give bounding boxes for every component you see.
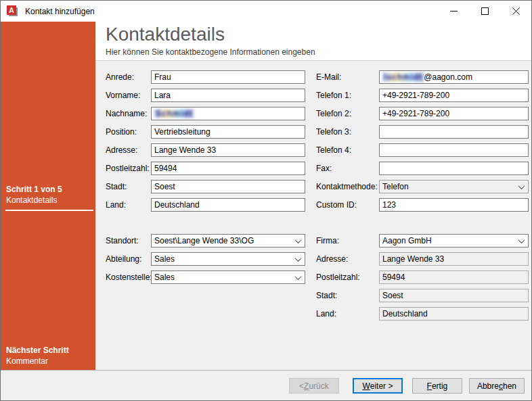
email-input[interactable]: lschmidt@aagon.com [379,70,529,84]
sidebar-next-step: Nächster Schritt Kommentar [1,345,95,367]
kontaktmethode-select[interactable]: Telefon [379,180,529,193]
telefon4-input[interactable] [379,143,529,157]
position-input[interactable]: Vertriebsleitung [151,125,305,139]
fertig-button[interactable]: Fertig [412,378,462,394]
standort-select[interactable]: Soest\Lange Wende 33\OG [151,234,305,247]
firma-postleitzahl-label: Postleitzahl: [316,273,379,282]
current-step-underline [5,210,93,211]
form-row-telefon3: Telefon 3: [316,125,529,139]
next-step-title: Nächster Schritt [6,345,95,356]
chevron-glyph [295,273,302,280]
form-row-firma-stadt: Stadt:Soest [316,289,529,302]
nachname-redacted-value: Schmidt [154,109,194,118]
abteilung-select[interactable]: Sales [151,252,305,266]
form-row-kostenstelle: Kostenstelle:Sales [106,270,305,284]
telefon2-input[interactable]: +49-2921-789-200 [379,107,529,120]
telefon1-value: +49-2921-789-200 [382,91,449,100]
land-input[interactable]: Deutschland [151,198,305,212]
firma-land-value: Deutschland [382,309,428,319]
postleitzahl-input[interactable]: 59494 [151,162,305,175]
firma-adresse-value: Lange Wende 33 [382,254,444,264]
adresse-label: Adresse: [106,145,151,155]
add-contact-dialog: A Kontakt hinzufügen Schritt 1 von 5 Kon… [0,0,532,401]
firma-adresse-input: Lange Wende 33 [379,252,529,266]
chevron-down-icon [292,235,305,247]
form-row-kontaktmethode: Kontaktmethode:Telefon [316,180,529,193]
firma-postleitzahl-input: 59494 [379,270,529,284]
email-visible-part: @aagon.com [424,72,472,82]
stadt-label: Stadt: [106,182,151,191]
kostenstelle-select[interactable]: Sales [151,270,305,284]
firma-adresse-label: Adresse: [316,254,379,264]
telefon4-label: Telefon 4: [316,145,379,155]
kontaktmethode-selected-value: Telefon [382,182,409,191]
abteilung-label: Abteilung: [106,254,151,264]
app-logo-letter: A [7,5,16,15]
firma-selected-value: Aagon GmbH [382,236,432,245]
weiter-button[interactable]: Weiter > [353,378,403,394]
form-row-firma-adresse: Adresse:Lange Wende 33 [316,252,529,266]
abteilung-selected-value: Sales [154,254,175,264]
anrede-input[interactable]: Frau [151,70,305,84]
fax-input[interactable] [379,162,529,175]
close-button[interactable] [500,1,531,22]
abbrechen-button[interactable]: Abbrechen [469,378,525,394]
next-step-name: Kommentar [6,356,95,367]
chevron-glyph [518,183,525,189]
postleitzahl-value: 59494 [154,164,177,173]
land-label: Land: [106,200,151,210]
app-logo-icon: A [7,5,18,17]
form-row-position: Position:Vertriebsleitung [106,125,305,139]
form-row-adresse: Adresse:Lange Wende 33 [106,143,305,157]
form-row-telefon1: Telefon 1:+49-2921-789-200 [316,89,529,102]
adresse-input[interactable]: Lange Wende 33 [151,143,305,157]
chevron-down-icon [292,253,305,265]
form-row-postleitzahl: Postleitzahl:59494 [106,162,305,175]
caption-buttons [438,1,531,22]
form-row-firma-land: Land:Deutschland [316,307,529,321]
form-columns: Anrede:FrauVorname:LaraNachname:SchmidtP… [106,70,532,325]
stadt-input[interactable]: Soest [151,180,305,193]
page-title: Kontaktdetails [106,22,531,45]
minimize-button[interactable] [438,1,469,22]
page-subtitle: Hier können Sie kontaktbezogene Informat… [106,47,531,57]
minimize-icon [450,11,458,11]
nachname-input[interactable]: Schmidt [151,107,305,120]
adresse-value: Lange Wende 33 [154,145,216,155]
telefon3-label: Telefon 3: [316,127,379,137]
sidebar-current-step: Schritt 1 von 5 Kontaktdetails [1,184,95,211]
chevron-glyph [295,255,302,262]
kontaktmethode-label: Kontaktmethode: [316,182,379,191]
land-value: Deutschland [154,200,200,210]
firma-land-input: Deutschland [379,307,529,321]
form-group-spacer [316,216,529,234]
email-redacted-part: lschmidt [382,72,424,82]
firma-select[interactable]: Aagon GmbH [379,234,529,247]
firma-stadt-value: Soest [382,291,403,300]
telefon1-input[interactable]: +49-2921-789-200 [379,89,529,102]
chevron-down-icon [292,271,305,283]
form-row-email: E-Mail:lschmidt@aagon.com [316,70,529,84]
position-value: Vertriebsleitung [154,127,210,137]
title-bar: A Kontakt hinzufügen [1,1,531,22]
telefon2-value: +49-2921-789-200 [382,109,449,118]
nachname-label: Nachname: [106,109,151,118]
maximize-button[interactable] [469,1,500,22]
custom-id-input[interactable]: 123 [379,198,529,212]
firma-label: Firma: [316,236,379,245]
firma-postleitzahl-value: 59494 [382,273,405,282]
vorname-input[interactable]: Lara [151,89,305,102]
vorname-label: Vorname: [106,91,151,100]
chevron-glyph [518,237,525,243]
wizard-button-bar: < ZurückWeiter >FertigAbbrechen [1,370,531,401]
custom-id-value: 123 [382,200,396,210]
zurueck-button: < Zurück [289,378,339,394]
current-step-name: Kontaktdetails [6,195,95,206]
current-step-number: Schritt 1 von 5 [6,184,95,195]
telefon1-label: Telefon 1: [316,91,379,100]
telefon3-input[interactable] [379,125,529,139]
kostenstelle-label: Kostenstelle: [106,273,151,282]
standort-label: Standort: [106,236,151,245]
chevron-glyph [295,237,302,243]
chevron-down-icon [515,235,528,247]
